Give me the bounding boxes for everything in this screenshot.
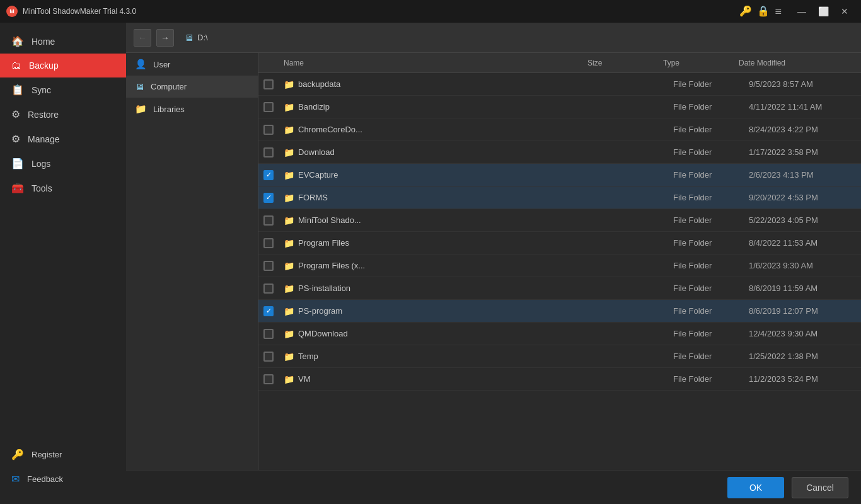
sidebar-item-restore[interactable]: ⚙ Restore [0,102,126,127]
sidebar-label-restore: Restore [28,110,59,120]
row-type-11: File Folder [673,329,749,338]
cancel-button[interactable]: Cancel [792,477,848,498]
row-checkbox-2[interactable] [263,125,284,135]
table-row[interactable]: 📁 QMDownload File Folder 12/4/2023 9:30 … [258,323,861,345]
sidebar-label-sync: Sync [32,85,51,95]
row-checkbox-13[interactable] [263,374,284,384]
row-name-4: 📁 EVCapture [284,170,598,180]
row-checkbox-3[interactable] [263,147,284,158]
restore-icon: ⚙ [11,108,20,120]
tree-item-computer[interactable]: 🖥 Computer [126,76,258,98]
row-filename-6: MiniTool Shado... [298,215,361,225]
sidebar-item-manage[interactable]: ⚙ Manage [0,127,126,151]
date-col-header: Date Modified [739,59,846,67]
table-row[interactable]: 📁 EVCapture File Folder 2/6/2023 4:13 PM [258,164,861,186]
folder-icon-12: 📁 [284,352,294,362]
close-button[interactable]: ✕ [835,4,855,19]
back-button[interactable]: ← [134,29,151,47]
key-icon[interactable]: 🔑 [739,5,752,18]
checkbox-8[interactable] [263,261,274,271]
row-date-10: 8/6/2019 12:07 PM [749,306,856,316]
checkbox-2[interactable] [263,125,274,135]
logs-icon: 📄 [11,158,24,169]
table-row[interactable]: 📁 Program Files File Folder 8/4/2022 11:… [258,232,861,255]
table-row[interactable]: 📁 ChromeCoreDo... File Folder 8/24/2023 … [258,118,861,141]
tree-item-libraries[interactable]: 📁 Libraries [126,98,258,120]
row-checkbox-10[interactable] [263,306,284,316]
folder-icon-5: 📁 [284,193,294,203]
row-date-8: 1/6/2023 9:30 AM [749,261,856,270]
sidebar: 🏠 Home 🗂 Backup 📋 Sync ⚙ Restore ⚙ Manag… [0,23,126,504]
sidebar-item-tools[interactable]: 🧰 Tools [0,176,126,200]
row-date-2: 8/24/2023 4:22 PM [749,125,856,134]
row-type-12: File Folder [673,352,749,361]
checkbox-6[interactable] [263,215,274,226]
table-row[interactable]: 📁 Program Files (x... File Folder 1/6/20… [258,255,861,277]
row-checkbox-5[interactable] [263,193,284,203]
checkbox-1[interactable] [263,102,274,112]
folder-icon-9: 📁 [284,284,294,294]
file-list: Name Size Type Date Modified 📁 backupdat… [258,53,861,470]
row-checkbox-12[interactable] [263,352,284,362]
row-checkbox-1[interactable] [263,102,284,112]
ok-button[interactable]: OK [727,477,784,498]
sidebar-item-home[interactable]: 🏠 Home [0,29,126,54]
sidebar-item-register[interactable]: 🔑 Register [0,442,126,467]
sidebar-item-sync[interactable]: 📋 Sync [0,77,126,102]
row-type-2: File Folder [673,125,749,134]
restore-button[interactable]: ⬜ [813,4,833,19]
folder-icon-3: 📁 [284,147,294,158]
row-filename-7: Program Files [298,238,349,248]
row-date-3: 1/17/2022 3:58 PM [749,147,856,157]
drive-icon: 🖥 [184,32,194,43]
row-date-5: 9/20/2022 4:53 PM [749,193,856,202]
checkbox-12[interactable] [263,352,274,362]
sidebar-item-backup[interactable]: 🗂 Backup [0,54,126,77]
table-row[interactable]: 📁 PS-program File Folder 8/6/2019 12:07 … [258,300,861,323]
checkbox-4[interactable] [263,170,274,180]
row-checkbox-7[interactable] [263,238,284,248]
table-row[interactable]: 📁 FORMS File Folder 9/20/2022 4:53 PM [258,186,861,209]
table-row[interactable]: 📁 Temp File Folder 1/25/2022 1:38 PM [258,345,861,368]
checkbox-10[interactable] [263,306,274,316]
row-checkbox-6[interactable] [263,215,284,226]
menu-icon[interactable]: ≡ [775,5,782,18]
table-row[interactable]: 📁 Download File Folder 1/17/2022 3:58 PM [258,141,861,164]
tree-item-user[interactable]: 👤 User [126,53,258,76]
folder-icon-8: 📁 [284,261,294,271]
sidebar-item-feedback[interactable]: ✉ Feedback [0,467,126,491]
sidebar-item-logs[interactable]: 📄 Logs [0,151,126,176]
row-type-4: File Folder [673,170,749,180]
checkbox-7[interactable] [263,238,274,248]
row-checkbox-0[interactable] [263,79,284,89]
file-rows: 📁 backupdata File Folder 9/5/2023 8:57 A… [258,73,861,470]
checkbox-3[interactable] [263,147,274,158]
row-date-0: 9/5/2023 8:57 AM [749,79,856,89]
table-row[interactable]: 📁 MiniTool Shado... File Folder 5/22/202… [258,209,861,232]
checkbox-13[interactable] [263,374,274,384]
minimize-button[interactable]: — [792,4,812,19]
table-row[interactable]: 📁 PS-installation File Folder 8/6/2019 1… [258,277,861,300]
checkbox-9[interactable] [263,284,274,294]
main-layout: 🏠 Home 🗂 Backup 📋 Sync ⚙ Restore ⚙ Manag… [0,23,861,504]
forward-button[interactable]: → [156,29,174,47]
table-row[interactable]: 📁 Bandizip File Folder 4/11/2022 11:41 A… [258,96,861,118]
table-row[interactable]: 📁 VM File Folder 11/2/2023 5:24 PM [258,368,861,391]
row-checkbox-4[interactable] [263,170,284,180]
row-checkbox-8[interactable] [263,261,284,271]
row-checkbox-11[interactable] [263,329,284,339]
checkbox-11[interactable] [263,329,274,339]
table-row[interactable]: 📁 backupdata File Folder 9/5/2023 8:57 A… [258,73,861,96]
forward-icon: → [161,33,170,43]
checkbox-0[interactable] [263,79,274,89]
lock-icon[interactable]: 🔒 [757,5,770,18]
nav-items: 🏠 Home 🗂 Backup 📋 Sync ⚙ Restore ⚙ Manag… [0,29,126,200]
folder-icon-10: 📁 [284,306,294,316]
row-date-11: 12/4/2023 9:30 AM [749,329,856,338]
row-date-1: 4/11/2022 11:41 AM [749,102,856,112]
row-filename-1: Bandizip [298,102,330,112]
tools-icon: 🧰 [11,182,24,194]
row-filename-8: Program Files (x... [298,261,365,270]
row-checkbox-9[interactable] [263,284,284,294]
checkbox-5[interactable] [263,193,274,203]
